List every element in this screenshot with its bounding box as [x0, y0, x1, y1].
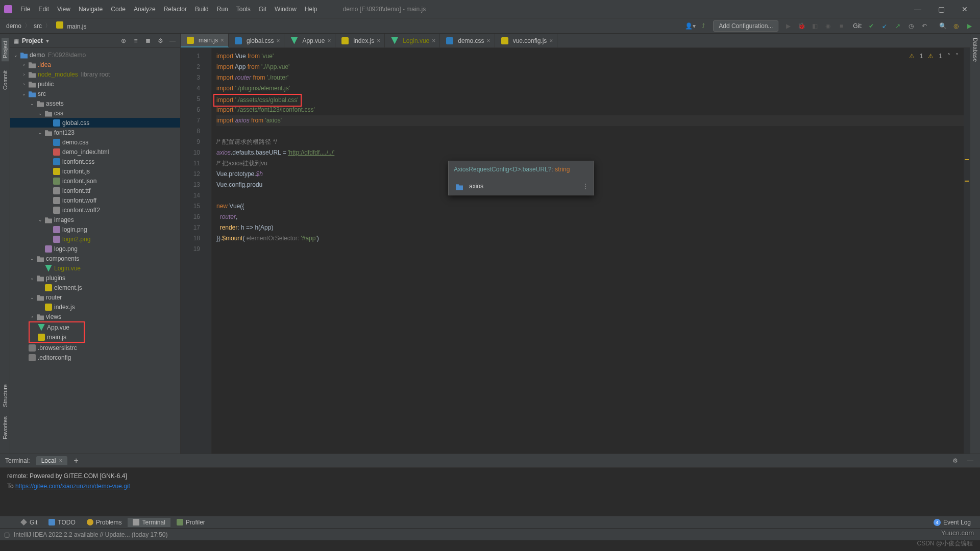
tree-item-iconfont-woff[interactable]: iconfont.woff: [10, 195, 180, 205]
close-icon[interactable]: ✕: [953, 2, 976, 16]
tree-item-iconfont-ttf[interactable]: iconfont.ttf: [10, 186, 180, 195]
tree-item-index-js[interactable]: index.js: [10, 302, 180, 312]
breadcrumb-item[interactable]: src: [32, 22, 44, 30]
coverage-icon[interactable]: ◧: [809, 20, 820, 32]
git-tool-tab[interactable]: Git: [15, 518, 42, 527]
menu-build[interactable]: Build: [191, 4, 213, 15]
run-anything-icon[interactable]: ▶: [964, 20, 975, 32]
menu-refactor[interactable]: Refactor: [160, 4, 191, 15]
todo-tool-tab[interactable]: TODO: [43, 518, 80, 527]
tree-item-assets[interactable]: ⌄assets: [10, 98, 180, 108]
close-tab-icon[interactable]: ×: [327, 37, 331, 44]
close-tab-icon[interactable]: ×: [487, 37, 491, 44]
stop-icon[interactable]: ■: [836, 20, 847, 32]
tree-item-element-js[interactable]: element.js: [10, 283, 180, 292]
menu-run[interactable]: Run: [213, 4, 232, 15]
next-highlight-icon[interactable]: ˅: [955, 51, 959, 62]
debug-icon[interactable]: 🐞: [796, 20, 807, 32]
project-panel-title[interactable]: Project: [22, 37, 43, 44]
tree-item-iconfont-json[interactable]: iconfont.json: [10, 176, 180, 186]
expand-all-icon[interactable]: ≡: [131, 36, 140, 45]
search-icon[interactable]: 🔍: [937, 20, 948, 32]
tree-item-node-modules[interactable]: ›node_moduleslibrary root: [10, 69, 180, 79]
profile-icon[interactable]: ◉: [822, 20, 834, 32]
collapse-all-icon[interactable]: ≣: [143, 36, 153, 45]
tree-item-iconfont-css[interactable]: iconfont.css: [10, 157, 180, 166]
structure-tool-tab[interactable]: Structure: [2, 384, 8, 407]
prev-highlight-icon[interactable]: ˄: [947, 51, 950, 62]
terminal-settings-icon[interactable]: ⚙: [950, 456, 960, 465]
terminal-output[interactable]: remote: Powered by GITEE.COM [GNK-6.4] T…: [0, 468, 980, 516]
tree-item-components[interactable]: ⌄components: [10, 254, 180, 263]
editor-tab-vue-config-js[interactable]: vue.config.js×: [495, 34, 558, 47]
editor-tab-login-vue[interactable]: Login.vue×: [385, 34, 440, 47]
git-url-link[interactable]: https://gitee.com/xiaozunzun/demo-vue.gi…: [15, 483, 130, 490]
menu-file[interactable]: File: [16, 4, 34, 15]
tree-item-app-vue[interactable]: App.vue: [30, 322, 84, 332]
tree-item-views[interactable]: ›views: [10, 312, 180, 321]
tool-windows-icon[interactable]: ▢: [4, 531, 10, 538]
tree-item-login-vue[interactable]: Login.vue: [10, 263, 180, 273]
fold-gutter[interactable]: [205, 48, 211, 454]
tree-item-demo-css[interactable]: demo.css: [10, 137, 180, 147]
menu-git[interactable]: Git: [255, 4, 271, 15]
menu-window[interactable]: Window: [271, 4, 301, 15]
tree-item-router[interactable]: ⌄router: [10, 292, 180, 302]
menu-analyze[interactable]: Analyze: [130, 4, 160, 15]
editor-tab-app-vue[interactable]: App.vue×: [284, 34, 335, 47]
tree-item--editorconfig[interactable]: .editorconfig: [10, 353, 180, 362]
database-tool-tab[interactable]: Database: [972, 38, 978, 62]
project-view-dropdown-icon[interactable]: ▾: [46, 37, 49, 44]
tree-item-logo-png[interactable]: logo.png: [10, 244, 180, 254]
project-tool-tab[interactable]: Project: [2, 38, 9, 61]
hide-icon[interactable]: —: [168, 36, 177, 45]
inspection-widget[interactable]: ⚠1 ⚠1 ˄ ˅: [909, 51, 959, 62]
tree-item-login2-png[interactable]: login2.png: [10, 234, 180, 244]
minimize-icon[interactable]: —: [906, 2, 929, 16]
push-icon[interactable]: ↗: [892, 20, 903, 32]
menu-edit[interactable]: Edit: [34, 4, 53, 15]
completion-item[interactable]: axios ⋮: [449, 178, 594, 195]
new-terminal-icon[interactable]: +: [74, 456, 78, 465]
tree-item-demo-index-html[interactable]: demo_index.html: [10, 147, 180, 157]
profiler-tool-tab[interactable]: Profiler: [172, 518, 210, 527]
select-opened-file-icon[interactable]: ⊕: [119, 36, 128, 45]
terminal-tool-tab[interactable]: Terminal: [128, 518, 170, 527]
code-completion-popup[interactable]: AxiosRequestConfig<D>.baseURL?: string a…: [448, 161, 594, 195]
event-log-button[interactable]: 4 Event Log: [928, 518, 976, 527]
run-config-button[interactable]: Add Configuration...: [713, 20, 778, 32]
tree-item--browserslistrc[interactable]: .browserslistrc: [10, 343, 180, 353]
tree-item-plugins[interactable]: ⌄plugins: [10, 273, 180, 283]
tree-item-iconfont-woff2[interactable]: iconfont.woff2: [10, 205, 180, 215]
error-stripe[interactable]: [964, 48, 970, 454]
tree-item-src[interactable]: ⌄src: [10, 89, 180, 98]
ide-settings-icon[interactable]: ◎: [950, 20, 962, 32]
editor-tab-index-js[interactable]: index.js×: [335, 34, 385, 47]
commit-tool-tab[interactable]: Commit: [2, 70, 8, 90]
tree-item-font123[interactable]: ⌄font123: [10, 128, 180, 137]
tree-item-login-png[interactable]: login.png: [10, 224, 180, 234]
editor-tab-demo-css[interactable]: demo.css×: [440, 34, 495, 47]
run-icon[interactable]: ▶: [782, 20, 794, 32]
menu-code[interactable]: Code: [107, 4, 130, 15]
breadcrumb-root[interactable]: demo: [4, 22, 23, 30]
terminal-tab[interactable]: Local×: [36, 456, 68, 465]
menu-view[interactable]: View: [53, 4, 75, 15]
hide-terminal-icon[interactable]: —: [966, 456, 975, 465]
rollback-icon[interactable]: ↶: [919, 20, 930, 32]
favorites-tool-tab[interactable]: Favorites: [2, 416, 8, 439]
close-tab-icon[interactable]: ×: [377, 37, 380, 44]
update-icon[interactable]: ↙: [879, 20, 890, 32]
tree-item-public[interactable]: ›public: [10, 79, 180, 89]
tree-item-demo[interactable]: ⌄demoF:\0928\demo: [10, 50, 180, 60]
gear-icon[interactable]: ⚙: [156, 36, 165, 45]
commit-icon[interactable]: ✔: [866, 20, 877, 32]
menu-help[interactable]: Help: [301, 4, 322, 15]
menu-tools[interactable]: Tools: [232, 4, 255, 15]
tree-item-main-js[interactable]: main.js: [30, 332, 84, 342]
close-tab-icon[interactable]: ×: [276, 37, 280, 44]
close-tab-icon[interactable]: ×: [549, 37, 553, 44]
menu-navigate[interactable]: Navigate: [75, 4, 107, 15]
tree-item-iconfont-js[interactable]: iconfont.js: [10, 166, 180, 176]
editor-tab-main-js[interactable]: main.js×: [181, 34, 229, 47]
